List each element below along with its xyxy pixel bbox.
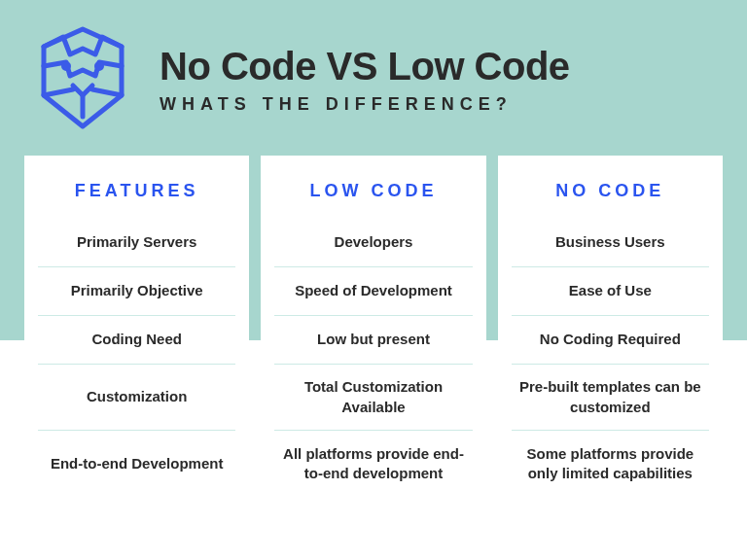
column-low-code: LOW CODE Developers Speed of Development… bbox=[261, 156, 485, 516]
table-cell: Primarily Servers bbox=[38, 219, 235, 267]
page-title: No Code VS Low Code bbox=[160, 45, 570, 88]
table-cell: Pre-built templates can be customized bbox=[512, 365, 709, 431]
logo-icon bbox=[29, 19, 136, 140]
table-cell: Speed of Development bbox=[274, 267, 472, 316]
title-block: No Code VS Low Code WHATS THE DIFFERENCE… bbox=[160, 45, 570, 115]
table-cell: Some platforms provide only limited capa… bbox=[512, 431, 709, 497]
table-cell: Total Customization Available bbox=[274, 365, 472, 431]
table-cell: Coding Need bbox=[38, 316, 235, 365]
table-cell: Customization bbox=[38, 365, 235, 431]
table-cell: Developers bbox=[274, 219, 472, 267]
table-cell: No Coding Required bbox=[512, 316, 709, 365]
table-cell: Low but present bbox=[274, 316, 472, 365]
table-cell: All platforms provide end-to-end develop… bbox=[274, 431, 472, 497]
page-subtitle: WHATS THE DIFFERENCE? bbox=[160, 94, 570, 115]
table-cell: Ease of Use bbox=[512, 267, 709, 316]
column-no-code: NO CODE Business Users Ease of Use No Co… bbox=[498, 156, 723, 516]
column-header: NO CODE bbox=[512, 181, 709, 201]
table-cell: Business Users bbox=[512, 219, 709, 267]
header-top: No Code VS Low Code WHATS THE DIFFERENCE… bbox=[29, 19, 718, 140]
table-cell: End-to-end Development bbox=[38, 431, 235, 497]
svg-point-2 bbox=[97, 64, 102, 69]
table-cell: Primarily Objective bbox=[38, 267, 235, 316]
column-header: LOW CODE bbox=[274, 181, 472, 201]
svg-point-1 bbox=[64, 64, 69, 69]
comparison-table: FEATURES Primarily Servers Primarily Obj… bbox=[0, 156, 747, 516]
column-header: FEATURES bbox=[38, 181, 235, 201]
column-features: FEATURES Primarily Servers Primarily Obj… bbox=[24, 156, 249, 516]
